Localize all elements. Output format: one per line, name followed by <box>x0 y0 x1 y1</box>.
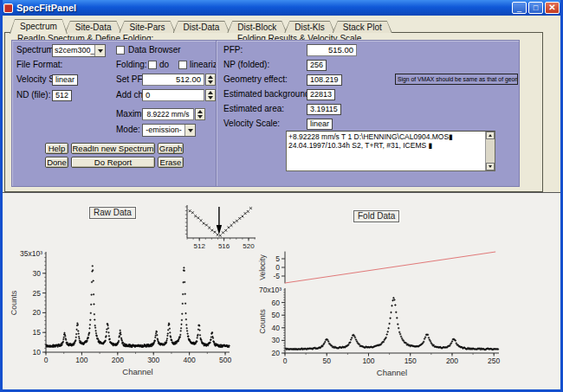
mode-select[interactable]: -emission- <box>142 124 196 137</box>
plot-area: Raw Data Fold Data 512516520 10152025303… <box>3 192 560 389</box>
chevron-down-icon <box>184 125 195 136</box>
window-controls: _ □ ✕ <box>512 2 560 14</box>
velocity-scale-result-value[interactable]: linear <box>307 119 333 130</box>
velocity-tick-label: -5 <box>273 272 280 280</box>
set-pfp-input[interactable]: 512.00 <box>142 74 204 86</box>
help-button[interactable]: Help <box>45 143 68 154</box>
x-axis-label: Channel <box>122 367 152 376</box>
tab-stack-plot[interactable]: Stack Plot <box>333 21 392 33</box>
data-browser-label: Data Browser <box>128 44 181 56</box>
client-area: Spectrum Site-Data Site-Pars Dist-Data D… <box>3 16 560 389</box>
y-axis-label: Counts <box>258 309 267 334</box>
app-window: SpecFitPanel _ □ ✕ Spectrum Site-Data Si… <box>0 0 563 392</box>
estimated-background-value: 22813 <box>307 89 335 100</box>
estimated-area-value: 3.19115 <box>307 104 341 115</box>
tab-strip: Spectrum Site-Data Site-Pars Dist-Data D… <box>10 19 390 33</box>
y-tick-label: 10 <box>33 348 42 357</box>
fold-point-arrowhead <box>217 225 222 235</box>
scroll-up-icon[interactable] <box>486 132 495 139</box>
scroll-down-icon[interactable] <box>486 163 495 170</box>
y-tick-label: 20 <box>33 308 42 317</box>
add-chan-stepper[interactable] <box>205 89 216 101</box>
x-tick-label: 500 <box>219 356 231 364</box>
textarea-scrollbar[interactable] <box>485 132 495 170</box>
nd-file-label: ND (file): <box>16 89 50 101</box>
folding-do-label: do <box>159 59 169 71</box>
x-tick-label: 250 <box>488 357 500 365</box>
velocity-ramp-line <box>285 252 495 283</box>
erase-button[interactable]: Erase <box>158 157 184 168</box>
folding-do-checkbox[interactable] <box>148 61 157 69</box>
tab-dist-block[interactable]: Dist-Block <box>227 21 287 33</box>
pfp-label: PFP: <box>223 44 243 56</box>
file-format-label: File Format: <box>16 59 62 71</box>
x-tick-label: 100 <box>75 356 87 364</box>
raw-data-chart: 101520253035x10³0100200300400500ChannelC… <box>3 243 252 389</box>
estimated-background-label: Estimated background: <box>223 88 312 100</box>
x-tick-label: 0 <box>283 357 288 365</box>
folding-linearize-checkbox[interactable] <box>178 61 187 69</box>
pfp-value: 515.00 <box>307 44 357 56</box>
raw-data-plot-title: Raw Data <box>89 207 136 219</box>
maximum-vel-input[interactable]: 8.9222 mm/s <box>142 108 194 120</box>
set-pfp-stepper[interactable] <box>205 74 216 86</box>
tab-spectrum[interactable]: Spectrum <box>10 19 68 34</box>
fold-data-plot-title: Fold Data <box>353 210 399 222</box>
y-tick-label: 20 <box>272 349 281 357</box>
x-tick-label: 200 <box>112 356 124 364</box>
spectrum-data-points <box>285 297 499 350</box>
velocity-tick-label: 5 <box>275 254 280 263</box>
x-axis-label: Channel <box>377 368 407 377</box>
tab-dist-data[interactable]: Dist-Data <box>173 21 230 33</box>
titlebar[interactable]: SpecFitPanel _ □ ✕ <box>0 0 563 16</box>
spectrum-info-textarea[interactable]: +8.92228 mm/s T 1 D:\HENNING\CAL0904.MOS… <box>286 131 495 171</box>
y-tick-label: 25 <box>33 289 42 298</box>
folding-group: PFP: 515.00 NP (folded): 256 Geometry ef… <box>216 40 520 187</box>
x-tick-label: 400 <box>184 356 196 364</box>
done-button[interactable]: Done <box>45 157 68 168</box>
x-tick-label: 200 <box>446 357 458 365</box>
spectrum-tab-panel: ReadIn Spectrum & Define Folding: Spectr… <box>4 32 543 192</box>
velocity-scale-result-label: Velocity Scale: <box>223 118 280 130</box>
overlap-data-points <box>189 207 252 237</box>
nd-file-value: 512 <box>52 90 72 101</box>
tab-site-data[interactable]: Site-Data <box>65 21 122 33</box>
geometry-effect-value: 108.219 <box>307 74 342 86</box>
minimize-button[interactable]: _ <box>512 2 527 14</box>
y-axis-top-label: 70x10³ <box>259 286 282 294</box>
maximum-vel-stepper[interactable] <box>195 108 205 120</box>
tab-dist-kls[interactable]: Dist-Kls <box>284 21 334 33</box>
x-tick-label: 0 <box>44 356 49 364</box>
x-tick-label: 50 <box>323 357 332 365</box>
chevron-down-icon <box>94 45 105 56</box>
add-chan-input[interactable]: 0 <box>142 89 204 101</box>
spectrum-info-line1: +8.92228 mm/s T 1 D:\HENNING\CAL0904.MOS… <box>288 132 483 141</box>
spectrum-info-line2: 24.04.1997/10.34h S2, T+RT, #31, ICEMS ▮ <box>288 141 483 150</box>
close-button[interactable]: ✕ <box>545 2 560 14</box>
x-tick-label: 300 <box>147 356 159 364</box>
y-tick-label: 60 <box>272 299 281 307</box>
maximize-button[interactable]: □ <box>528 2 543 14</box>
x-tick-label: 100 <box>362 357 374 365</box>
vmax-sign-note: Sign of VMAX should be same as that of g… <box>395 74 518 85</box>
y-tick-label: 30 <box>272 336 281 344</box>
tab-site-pars[interactable]: Site-Pars <box>119 21 175 33</box>
axis-lines <box>285 288 499 353</box>
window-title: SpecFitPanel <box>16 3 512 13</box>
spectrum-folder-select[interactable]: s2cem300_mos <box>52 44 106 57</box>
graph-button[interactable]: Graph <box>158 143 184 154</box>
mode-label: Mode: <box>116 124 140 136</box>
data-browser-checkbox[interactable] <box>116 46 125 55</box>
y-tick-label: 30 <box>33 269 42 278</box>
readin-new-spectrum-button[interactable]: ReadIn new Spectrum <box>71 143 155 154</box>
velocity-tick-label: 0 <box>275 263 280 272</box>
np-folded-value: 256 <box>307 60 327 71</box>
do-report-button[interactable]: Do Report <box>71 157 155 168</box>
readin-group: Spectrum folder: s2cem300_mos Data Brows… <box>11 40 217 187</box>
y-tick-label: 15 <box>33 328 42 337</box>
velocity-scale-value[interactable]: linear <box>52 74 78 86</box>
np-folded-label: NP (folded): <box>223 59 269 71</box>
folding-label: Folding: <box>116 59 147 71</box>
y-axis-label: Counts <box>10 290 18 315</box>
y-tick-label: 40 <box>272 324 281 332</box>
